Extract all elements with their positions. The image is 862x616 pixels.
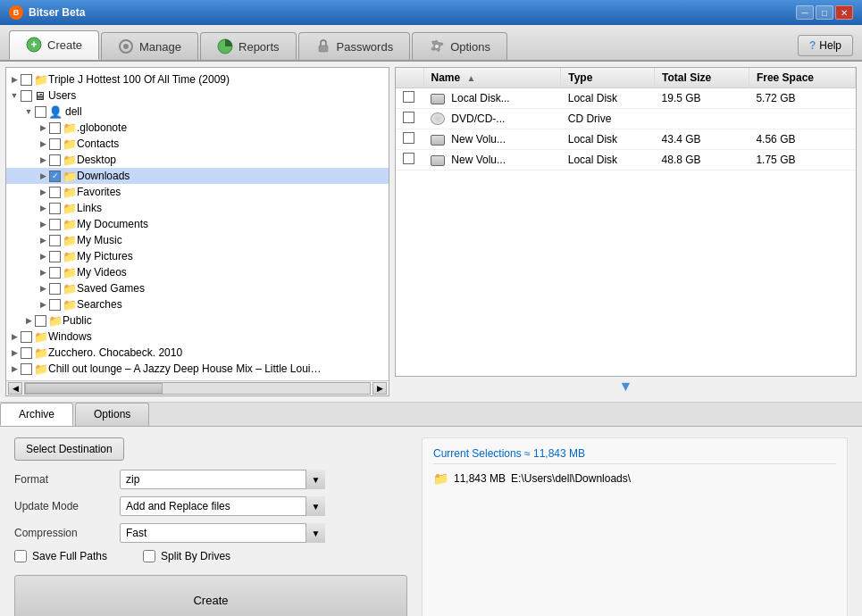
col-header-type[interactable]: Type bbox=[561, 68, 655, 88]
tree-item[interactable]: ▶ 📁 My Documents bbox=[6, 216, 389, 232]
split-by-drives-checkbox[interactable] bbox=[143, 550, 155, 562]
minimize-button[interactable]: ─ bbox=[796, 5, 814, 20]
tree-checkbox[interactable] bbox=[49, 235, 61, 246]
tree-item[interactable]: ▼ 👤 dell bbox=[6, 104, 389, 120]
tree-item[interactable]: ▼ 🖥 Users bbox=[6, 87, 389, 104]
drive-checkbox[interactable] bbox=[403, 153, 414, 164]
tab-passwords[interactable]: Passwords bbox=[298, 32, 411, 60]
folder-icon: 📁 bbox=[63, 121, 77, 135]
tree-item[interactable]: ▶ 📁 My Videos bbox=[6, 264, 389, 280]
tab-reports[interactable]: Reports bbox=[200, 32, 297, 60]
tree-item[interactable]: ▶ 📁 Searches bbox=[6, 296, 389, 312]
format-select[interactable]: zip 7z tar bbox=[120, 470, 325, 489]
expand-icon: ▶ bbox=[37, 250, 49, 262]
tree-checkbox[interactable] bbox=[49, 283, 61, 295]
folder-icon: 📁 bbox=[34, 73, 48, 87]
tree-item[interactable]: ▶ 📁 Desktop bbox=[6, 152, 389, 168]
drive-row[interactable]: Local Disk... Local Disk 19.5 GB 5.72 GB bbox=[396, 88, 856, 109]
help-button[interactable]: ? Help bbox=[798, 35, 853, 56]
update-mode-select[interactable]: Add and Replace files Update and Add fil… bbox=[120, 496, 325, 516]
format-select-wrapper: zip 7z tar ▼ bbox=[120, 470, 325, 489]
tree-checkbox[interactable] bbox=[49, 267, 61, 279]
tree-item[interactable]: ▶ 📁 Saved Games bbox=[6, 280, 389, 296]
col-header-name[interactable]: Name ▲ bbox=[423, 68, 561, 88]
drive-checkbox[interactable] bbox=[403, 112, 414, 123]
expand-icon: ▼ bbox=[22, 105, 35, 118]
tree-label: Searches bbox=[77, 298, 122, 311]
expand-icon: ▶ bbox=[37, 121, 49, 134]
tree-item[interactable]: ▶ 📁 Contacts bbox=[6, 136, 389, 152]
tree-label: Downloads bbox=[77, 170, 130, 182]
tab-archive[interactable]: Archive bbox=[0, 403, 73, 426]
tree-label: Favorites bbox=[77, 186, 121, 198]
tree-item[interactable]: ▶ 📁 Downloads bbox=[6, 168, 389, 184]
tree-checkbox[interactable] bbox=[21, 331, 32, 343]
drive-total bbox=[655, 109, 749, 129]
tree-label: dell bbox=[65, 105, 82, 118]
tree-checkbox[interactable] bbox=[35, 315, 46, 327]
tree-checkbox[interactable] bbox=[21, 74, 32, 86]
expand-icon: ▶ bbox=[22, 314, 35, 327]
horizontal-scrollbar[interactable]: ◀ ▶ bbox=[6, 380, 389, 395]
tree-checkbox[interactable] bbox=[49, 203, 61, 214]
tree-item[interactable]: ▶ 📁 Zucchero. Chocabeck. 2010 bbox=[6, 345, 389, 361]
drive-row[interactable]: New Volu... Local Disk 43.4 GB 4.56 GB bbox=[396, 129, 856, 150]
col-header-free-space[interactable]: Free Space bbox=[749, 68, 855, 88]
tab-create[interactable]: + Create bbox=[9, 30, 99, 60]
expand-icon: ▶ bbox=[37, 186, 49, 198]
tree-checkbox[interactable] bbox=[49, 122, 61, 134]
tree-checkbox[interactable] bbox=[21, 347, 32, 359]
tree-checkbox[interactable] bbox=[49, 154, 61, 166]
save-full-paths-checkbox[interactable] bbox=[14, 550, 27, 562]
tree-checkbox[interactable] bbox=[21, 363, 32, 375]
drive-name: DVD/CD-... bbox=[451, 112, 505, 125]
expand-icon: ▶ bbox=[37, 218, 49, 230]
reports-icon bbox=[217, 38, 233, 54]
scroll-right-button[interactable]: ▶ bbox=[372, 382, 387, 395]
close-button[interactable]: ✕ bbox=[835, 5, 853, 20]
tree-item[interactable]: ▶ 📁 My Pictures bbox=[6, 248, 389, 264]
create-button[interactable]: Create bbox=[14, 575, 407, 616]
folder-icon: 📁 bbox=[63, 234, 77, 247]
compression-select[interactable]: Fast Normal Maximum bbox=[120, 523, 325, 543]
tree-checkbox[interactable] bbox=[49, 219, 61, 230]
expand-icon: ▶ bbox=[8, 346, 21, 359]
tree-item[interactable]: ▶ 📁 .globonote bbox=[6, 120, 389, 136]
scroll-left-button[interactable]: ◀ bbox=[8, 382, 22, 395]
drive-checkbox[interactable] bbox=[403, 132, 414, 144]
tab-options[interactable]: Options bbox=[75, 403, 149, 426]
window-controls[interactable]: ─ □ ✕ bbox=[796, 5, 853, 20]
main-window: + Create Manage Reports Passwo bbox=[0, 25, 862, 616]
tree-item[interactable]: ▶ 📁 My Music bbox=[6, 232, 389, 248]
tree-item[interactable]: ▶ 📁 Public bbox=[6, 312, 389, 329]
col-header-total-size[interactable]: Total Size bbox=[655, 68, 749, 88]
tree-item[interactable]: ▶ 📁 Windows bbox=[6, 329, 389, 345]
tab-options[interactable]: Options bbox=[412, 32, 507, 60]
compression-label: Compression bbox=[14, 527, 113, 539]
tree-checkbox[interactable] bbox=[35, 106, 46, 118]
help-label: Help bbox=[819, 39, 841, 52]
tree-item[interactable]: ▶ 📁 Triple J Hottest 100 Of All Time (20… bbox=[6, 71, 389, 87]
folder-icon: 📁 bbox=[63, 266, 77, 279]
tree-item[interactable]: ▶ 📁 Links bbox=[6, 200, 389, 216]
maximize-button[interactable]: □ bbox=[816, 5, 833, 20]
folder-icon: 📁 bbox=[34, 346, 48, 360]
tree-checkbox[interactable] bbox=[49, 138, 61, 150]
tree-item[interactable]: ▶ 📁 Favorites bbox=[6, 184, 389, 200]
col-header-checkbox bbox=[396, 68, 423, 88]
scroll-track[interactable] bbox=[24, 382, 371, 395]
select-destination-button[interactable]: Select Destination bbox=[14, 437, 124, 461]
folder-icon: 📁 bbox=[63, 137, 77, 151]
tree-checkbox[interactable] bbox=[49, 171, 61, 182]
drive-checkbox[interactable] bbox=[403, 91, 414, 103]
tree-checkbox[interactable] bbox=[49, 251, 61, 262]
drive-row[interactable]: New Volu... Local Disk 48.8 GB 1.75 GB bbox=[396, 150, 856, 171]
tree-checkbox[interactable] bbox=[21, 90, 32, 102]
tree-checkbox[interactable] bbox=[49, 299, 61, 311]
tree-item[interactable]: ▶ 📁 Chill out lounge – A Jazzy Deep Hous… bbox=[6, 361, 389, 377]
tab-manage[interactable]: Manage bbox=[101, 32, 198, 60]
drive-row[interactable]: DVD/CD-... CD Drive bbox=[396, 109, 856, 129]
folder-icon: 📁 bbox=[63, 170, 77, 183]
tree-label: .globonote bbox=[77, 121, 127, 134]
tree-checkbox[interactable] bbox=[49, 187, 61, 198]
